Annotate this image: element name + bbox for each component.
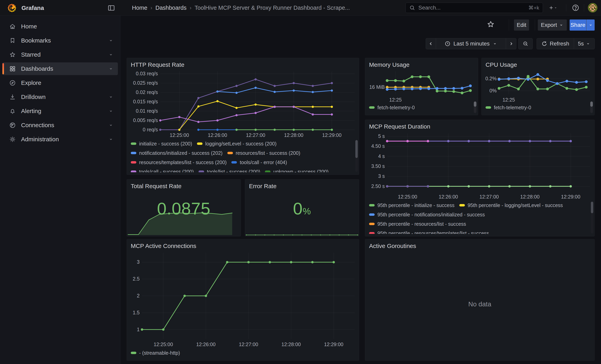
help-icon[interactable] <box>571 3 580 12</box>
memory-usage-chart[interactable]: 16 MiB12:25 <box>369 69 474 104</box>
legend-item[interactable]: logging/setLevel - success (200) <box>197 141 277 147</box>
favorite-star-icon[interactable] <box>486 20 495 29</box>
sidebar-item-drilldown[interactable]: Drilldown <box>2 91 118 103</box>
chevron-down-icon <box>108 137 113 142</box>
clock-icon <box>445 41 451 47</box>
panel-title[interactable]: Total Request Rate <box>131 182 237 191</box>
legend-item[interactable]: - (streamable-http) <box>131 350 180 356</box>
legend: initialize - success (200)logging/setLev… <box>131 141 355 172</box>
share-button[interactable]: Share <box>570 20 586 31</box>
refresh-button[interactable]: Refresh <box>537 38 574 49</box>
panel-title[interactable]: MCP Active Connections <box>131 242 355 250</box>
legend: fetch-telemetry-0 <box>486 105 591 113</box>
legend-item[interactable]: fetch-telemetry-0 <box>369 105 415 110</box>
legend-item[interactable]: 95th percentile - resources/list - succe… <box>369 221 466 227</box>
legend-item[interactable]: notifications/initialized - success (202… <box>131 150 223 156</box>
new-button[interactable] <box>549 3 557 12</box>
panel-title[interactable]: CPU Usage <box>486 60 591 69</box>
sidebar-item-bookmarks[interactable]: Bookmarks <box>2 34 118 47</box>
refresh-icon <box>541 41 547 47</box>
svg-text:12:27:00: 12:27:00 <box>246 132 265 138</box>
panel-http-request-rate: HTTP Request Rate 0 req/s0.005 req/s0.01… <box>127 58 359 175</box>
dock-sidebar-icon[interactable] <box>107 4 115 12</box>
panel-title[interactable]: MCP Request Duration <box>369 122 591 131</box>
search-input[interactable] <box>418 4 529 11</box>
export-button[interactable]: Export <box>538 20 567 31</box>
legend-item[interactable]: fetch-telemetry-0 <box>486 105 531 110</box>
avatar[interactable] <box>588 3 597 12</box>
sidebar-item-administration[interactable]: Administration <box>2 133 118 146</box>
legend-item[interactable]: 95th percentile - resources/templates/li… <box>369 230 489 234</box>
svg-text:4 s: 4 s <box>378 153 385 159</box>
svg-text:12:25: 12:25 <box>502 97 515 103</box>
svg-text:3 s: 3 s <box>378 173 385 179</box>
edit-button[interactable]: Edit <box>514 20 529 31</box>
brand: Grafana <box>7 3 44 13</box>
svg-text:12:28:00: 12:28:00 <box>281 342 301 347</box>
legend-item[interactable]: initialize - success (200) <box>131 141 192 147</box>
legend-item[interactable]: 95th percentile - initialize - success <box>369 202 454 208</box>
breadcrumb: Home › Dashboards › ToolHive MCP Server … <box>132 0 350 16</box>
legend-item[interactable]: 95th percentile - logging/setLevel - suc… <box>459 202 563 208</box>
svg-text:0 req/s: 0 req/s <box>143 127 158 132</box>
divider <box>584 4 584 11</box>
svg-text:12:29:00: 12:29:00 <box>322 132 341 138</box>
sidebar-item-dashboards[interactable]: Dashboards <box>2 62 118 75</box>
refresh-interval-select[interactable]: 5s <box>574 38 595 49</box>
time-range-picker[interactable]: Last 5 minutes <box>436 38 506 49</box>
zoom-out-button[interactable] <box>518 38 533 49</box>
sidebar-item-starred[interactable]: Starred <box>2 48 118 61</box>
zoom-out-icon <box>522 41 529 47</box>
time-back-button[interactable] <box>426 38 436 49</box>
breadcrumb-home[interactable]: Home <box>132 5 147 11</box>
search-box[interactable]: ⌘+k <box>405 3 543 13</box>
cpu-usage-chart[interactable]: 0.2%0%12:25 <box>486 69 591 104</box>
legend-scrollbar[interactable] <box>591 202 593 234</box>
panel-title[interactable]: Memory Usage <box>369 60 474 69</box>
mcp-active-connections-chart[interactable]: 32.521.5112:25:0012:26:0012:27:0012:28:0… <box>131 250 355 348</box>
svg-text:0.2%: 0.2% <box>486 76 497 81</box>
legend-scrollbar[interactable] <box>474 101 476 113</box>
legend-item[interactable]: resources/list - success (200) <box>227 150 300 156</box>
legend-item[interactable]: tools/list - success (200) <box>199 169 260 172</box>
sidebar-item-alerting[interactable]: Alerting <box>2 105 118 118</box>
sidebar-item-explore[interactable]: Explore <box>2 77 118 89</box>
legend-scrollbar[interactable] <box>590 101 593 113</box>
panel-mcp-active-connections: MCP Active Connections 32.521.5112:25:00… <box>127 239 359 361</box>
panel-title[interactable]: Error Rate <box>249 182 355 191</box>
bell-icon <box>9 108 16 114</box>
http-request-rate-chart[interactable]: 0 req/s0.005 req/s0.01 req/s0.015 req/s0… <box>131 69 355 139</box>
svg-text:0.02 req/s: 0.02 req/s <box>136 89 158 95</box>
svg-text:16 MiB: 16 MiB <box>369 84 385 90</box>
apps-icon <box>9 65 16 72</box>
chevron-left-icon <box>428 41 434 47</box>
legend-item[interactable]: 95th percentile - notifications/initiali… <box>369 212 485 217</box>
legend-item[interactable]: tools/call - success (200) <box>131 169 194 172</box>
chevron-down-icon <box>108 66 113 71</box>
time-forward-button[interactable] <box>506 38 516 49</box>
stat-value: 0.0875 <box>157 199 210 218</box>
mcp-request-duration-chart[interactable]: 5 s4.50 s4 s3.50 s3 s2.50 s12:25:0012:26… <box>369 131 591 200</box>
panel-title[interactable]: HTTP Request Rate <box>131 60 355 69</box>
legend-item[interactable]: unknown - success (200) <box>265 169 329 172</box>
svg-text:12:27:00: 12:27:00 <box>239 342 258 347</box>
legend-scrollbar[interactable] <box>355 140 358 172</box>
legend-item[interactable]: resources/templates/list - success (200) <box>131 159 227 165</box>
error-rate-sparkline[interactable] <box>245 231 359 236</box>
chevron-down-icon <box>108 123 113 128</box>
panel-title[interactable]: Active Goroutines <box>369 242 591 250</box>
share-menu-button[interactable] <box>587 20 595 31</box>
breadcrumb-dashboards[interactable]: Dashboards <box>155 5 186 11</box>
legend: - (streamable-http) <box>131 350 355 358</box>
no-data-message: No data <box>369 250 591 358</box>
svg-text:12:25:00: 12:25:00 <box>154 342 173 347</box>
sidebar-item-home[interactable]: Home <box>2 20 118 33</box>
breadcrumb-separator: › <box>190 5 191 11</box>
svg-text:3: 3 <box>137 259 140 265</box>
grafana-logo-icon[interactable] <box>7 3 17 13</box>
svg-text:12:28:00: 12:28:00 <box>520 194 540 199</box>
home-icon <box>9 23 16 30</box>
legend-item[interactable]: tools/call - error (404) <box>231 159 287 165</box>
sidebar-item-connections[interactable]: Connections <box>2 119 118 132</box>
svg-text:12:26:00: 12:26:00 <box>208 132 227 138</box>
